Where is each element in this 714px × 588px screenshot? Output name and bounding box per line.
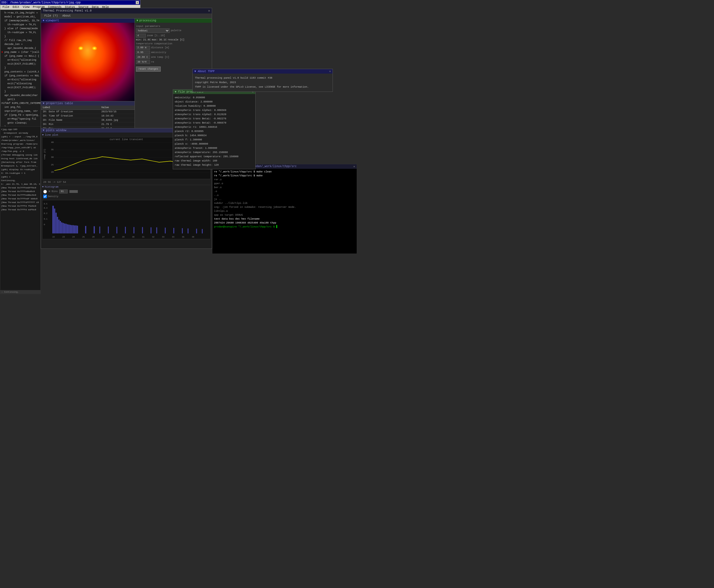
gdb-window: rjpg.cpp:183 breakpoint already (gdb) r … [0, 126, 41, 294]
nbins-input[interactable] [59, 190, 68, 193]
svg-rect-52 [108, 227, 109, 234]
coord-text: 28 56 -> 127 54 [42, 180, 211, 184]
prop-col-label: Label [41, 106, 100, 110]
ddd-menu-view[interactable]: View [21, 5, 31, 9]
thpp-menu-about[interactable]: About [60, 14, 73, 18]
palette-select[interactable]: hotblue1 rainbow iron [136, 28, 170, 33]
file-prop-row: raw thermal image height: 120 [175, 163, 254, 167]
svg-text:29: 29 [122, 236, 125, 238]
svg-rect-31 [52, 206, 54, 234]
terminal-line: rer.o [214, 178, 355, 182]
file-prop-row: atmospheric trans Beta2: -0.086670 [175, 121, 254, 125]
about-line2: copyright Petre Rodan, 2023 [195, 80, 330, 85]
gdb-line: [New Thread 0x7fffed8bc6c0 [1, 193, 40, 197]
distance-input[interactable] [136, 46, 150, 50]
terminal-line: app as target DEBUG [214, 213, 355, 217]
svg-rect-64 [202, 229, 203, 234]
nbins-radio[interactable] [43, 190, 47, 193]
plots-title: ▼ plots window [43, 129, 66, 132]
property-row: IR: Date Of Creation2023/03/15 [41, 110, 134, 114]
histogram-area: 8.5 8.4 8.2 8.1 0 22 23 24 25 26 27 28 2… [42, 200, 211, 239]
zoom-input[interactable] [136, 34, 146, 38]
density-label: Density [48, 195, 58, 198]
processing-arrow: ▼ [136, 19, 138, 22]
distance-row: distance [m] [136, 46, 211, 50]
svg-rect-62 [188, 229, 188, 234]
viewport-panel: ▼ viewport ▼ properties table Label [41, 19, 135, 135]
svg-rect-34 [57, 217, 58, 233]
svg-rect-51 [100, 227, 100, 234]
gdb-line: /tmp/foo.png -z 4 [1, 149, 40, 153]
file-prop-row: reflected apparent temperature: 295.1500… [175, 155, 254, 159]
emissivity-input[interactable] [136, 50, 150, 55]
gdb-line: rjpg.cpp:183 [1, 127, 40, 131]
viewport-arrow: ▼ [43, 19, 44, 22]
svg-rect-38 [63, 223, 64, 233]
svg-rect-57 [150, 228, 151, 234]
ddd-menu-edit[interactable]: Edit [11, 5, 21, 9]
svg-rect-33 [56, 213, 57, 233]
file-prop-row: planck b: 1454.900024 [175, 134, 254, 138]
gdb-line: (gdb) c [1, 175, 40, 178]
thpp-close-button[interactable]: ✕ [208, 9, 210, 13]
reset-changes-button[interactable]: reset changes [136, 66, 161, 71]
thpp-titlebar: Thermal Processing Panel v1.0 ✕ [41, 8, 212, 14]
processing-label: processing [139, 19, 156, 22]
svg-rect-59 [165, 228, 166, 234]
file-prop-row: planck o: -4096.000000 [175, 142, 254, 146]
svg-text:25: 25 [82, 236, 85, 238]
gdb-line: Starting program: /home/pro [1, 142, 40, 146]
properties-table: Label Value IR: Date Of Creation2023/03/… [41, 106, 134, 131]
terminal-line: re "/_work/linux/thpp/src $ make [214, 174, 355, 178]
prop-label: IR: Min [41, 122, 100, 127]
property-row: IR: File NameIR_6369.jpg [41, 118, 134, 122]
property-row: IR: Min21.79 C [41, 122, 134, 127]
density-controls: Density [42, 194, 211, 199]
max-label: max: [152, 39, 158, 41]
gdb-line: /tmp/thpp_json_xoVxJB") at [1, 146, 40, 149]
humidity-input[interactable] [136, 60, 150, 64]
atm-temp-label: atm temp [C] [151, 56, 169, 59]
terminal-line: subdir ../lib/tlpi-lib [214, 201, 355, 205]
atm-temp-input[interactable] [136, 55, 150, 59]
svg-text:27: 27 [102, 236, 105, 238]
min-max-row: min: 21.8C max: 36.1C rescale [C] [136, 39, 211, 41]
svg-text:30: 30 [132, 236, 134, 238]
terminal-close-button[interactable]: ✕ [353, 165, 355, 168]
about-close-button[interactable]: ✕ [329, 70, 331, 73]
svg-text:25: 25 [51, 163, 54, 166]
input-params-label: input parameters [136, 25, 211, 28]
file-prop-row: object distance: 2.000000 [175, 100, 254, 104]
prop-label: IR: Date Of Creation [41, 110, 100, 114]
svg-rect-61 [182, 228, 183, 234]
nbins-slider[interactable] [69, 190, 78, 193]
thermal-head-glow [71, 30, 104, 70]
thpp-menu-file[interactable]: File (?) [42, 14, 60, 18]
property-row: IR: Time Of Creation16:34:43 [41, 114, 134, 118]
left-eye-glow [78, 46, 83, 50]
processing-header: ▼ processing [135, 19, 212, 23]
file-properties-dialog: ▼ file properties ✕ emissivity: 0.950000… [173, 89, 256, 169]
svg-text:35: 35 [51, 148, 54, 151]
terminal-line: .o [214, 190, 355, 193]
nbins-label: N Bins [48, 190, 58, 193]
terminal-line: libtlpi.a [214, 209, 355, 213]
ddd-titlebar: DDD: /home/prodan/_work/linux/thpp/src/r… [0, 0, 140, 5]
ddd-close-button[interactable]: ✕ [136, 1, 139, 4]
svg-rect-32 [54, 209, 55, 234]
file-prop-row: planck f: 1.300000 [175, 138, 254, 142]
histogram-label: ▼ histogram [42, 186, 211, 188]
terminal-line: -.o [214, 193, 355, 197]
terminal-line: pper.o [214, 182, 355, 186]
file-props-content: emissivity: 0.950000object distance: 2.0… [173, 94, 255, 169]
zoom-row: zoom [1..10] [136, 34, 211, 38]
svg-rect-43 [70, 225, 71, 234]
svg-text:28: 28 [112, 236, 114, 238]
ddd-menu-file[interactable]: File [1, 5, 11, 9]
svg-rect-35 [58, 219, 60, 233]
density-checkbox[interactable] [43, 195, 47, 198]
prop-value: 2023/03/15 [100, 110, 134, 114]
svg-text:40: 40 [51, 141, 54, 144]
terminal-line: text data bss dec hex filename [214, 217, 355, 221]
about-content: Thermal processing panel v1.0 build 1183… [193, 74, 333, 91]
